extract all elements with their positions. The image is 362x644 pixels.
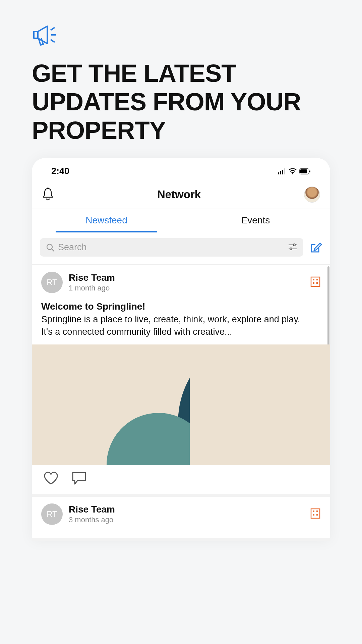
svg-rect-18: [313, 279, 314, 280]
svg-rect-9: [300, 169, 307, 173]
post-timestamp: 1 month ago: [69, 284, 304, 292]
svg-rect-10: [309, 170, 310, 172]
comment-icon: [71, 471, 87, 485]
post-author: Rise Team: [69, 504, 304, 515]
search-box[interactable]: [40, 238, 303, 257]
heart-icon: [43, 471, 59, 485]
svg-line-12: [52, 249, 54, 251]
app-header: Network: [32, 180, 330, 209]
status-bar: 2:40: [32, 158, 330, 180]
active-tab-indicator: [56, 231, 157, 232]
svg-point-7: [292, 173, 293, 174]
svg-rect-22: [311, 509, 320, 518]
wifi-icon: [289, 168, 297, 174]
svg-rect-5: [282, 170, 283, 174]
svg-rect-24: [316, 511, 318, 512]
svg-rect-17: [311, 277, 320, 286]
post-body-text: Springline is a place to live, create, t…: [41, 313, 321, 338]
status-icons: [278, 168, 311, 174]
compose-icon: [309, 241, 322, 254]
svg-line-2: [51, 40, 55, 42]
svg-rect-23: [313, 511, 314, 512]
compose-button[interactable]: [309, 241, 322, 254]
svg-point-14: [293, 244, 295, 246]
svg-rect-25: [313, 514, 314, 516]
bell-icon: [42, 187, 54, 201]
page-title: Network: [157, 188, 201, 201]
svg-point-16: [290, 248, 292, 250]
cellular-icon: [278, 168, 286, 174]
svg-rect-19: [316, 279, 318, 280]
svg-point-11: [47, 244, 52, 250]
post-image[interactable]: [32, 344, 330, 465]
tab-newsfeed[interactable]: Newsfeed: [32, 209, 181, 232]
battery-icon: [299, 168, 311, 174]
feed: RT Rise Team 1 month ago Welcome to: [32, 265, 330, 541]
search-input[interactable]: [58, 242, 297, 253]
svg-rect-4: [280, 171, 281, 174]
svg-rect-21: [316, 282, 318, 284]
svg-rect-20: [313, 282, 314, 284]
profile-avatar[interactable]: [304, 186, 320, 203]
status-time: 2:40: [51, 166, 69, 176]
svg-rect-26: [316, 514, 318, 516]
building-badge-icon: [310, 276, 321, 289]
post-timestamp: 3 months ago: [69, 516, 304, 524]
post-avatar[interactable]: RT: [41, 503, 63, 525]
filter-button[interactable]: [288, 243, 297, 252]
promo-title: GET THE LATEST UPDATES FROM YOUR PROPERT…: [32, 59, 330, 145]
notifications-button[interactable]: [42, 187, 54, 202]
post-avatar[interactable]: RT: [41, 272, 63, 293]
phone-frame: 2:40: [32, 158, 330, 541]
post-author: Rise Team: [69, 272, 304, 283]
tabs: Newsfeed Events: [32, 209, 330, 232]
svg-rect-6: [284, 168, 285, 174]
search-icon: [46, 243, 55, 252]
tab-events[interactable]: Events: [181, 209, 330, 232]
sliders-icon: [288, 243, 297, 251]
comment-button[interactable]: [71, 471, 87, 487]
post-card: RT Rise Team 1 month ago Welcome to: [32, 265, 330, 497]
svg-rect-3: [278, 172, 279, 174]
building-badge-icon: [310, 508, 321, 521]
post-title: Welcome to Springline!: [41, 301, 321, 312]
svg-line-1: [51, 28, 55, 30]
like-button[interactable]: [43, 471, 59, 487]
megaphone-icon: [32, 23, 330, 49]
post-card: RT Rise Team 3 months ago: [32, 497, 330, 541]
